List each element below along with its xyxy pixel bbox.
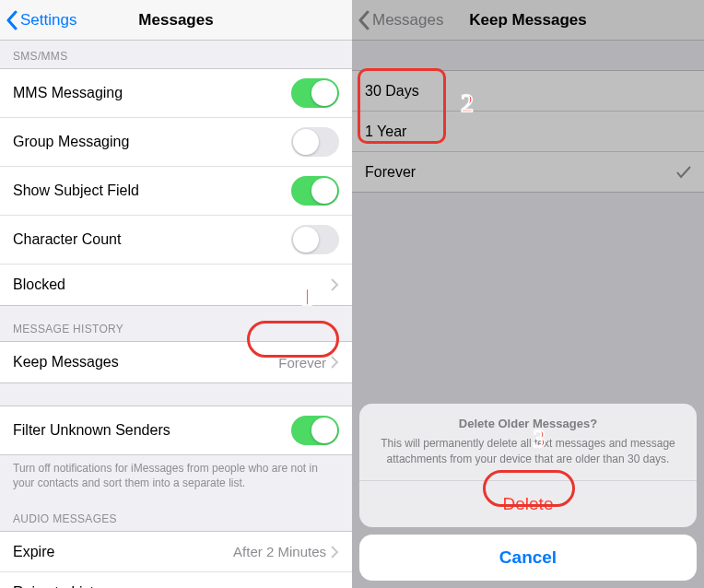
filter-group: Filter Unknown Senders: [0, 406, 352, 455]
keep-messages-row[interactable]: Keep Messages Forever: [0, 342, 352, 382]
settings-messages-pane: Settings Messages SMS/MMS MMS Messaging …: [0, 0, 352, 588]
blocked-label: Blocked: [13, 276, 65, 293]
filter-footer-note: Turn off notifications for iMessages fro…: [0, 455, 352, 503]
keep-value: Forever: [278, 355, 326, 370]
mms-label: MMS Messaging: [13, 85, 123, 101]
filter-unknown-row[interactable]: Filter Unknown Senders: [0, 406, 352, 454]
expire-label: Expire: [13, 544, 54, 560]
back-label: Settings: [20, 11, 76, 29]
cancel-button[interactable]: Cancel: [359, 535, 697, 581]
expire-value: After 2 Minutes: [233, 544, 326, 559]
section-header-history: MESSAGE HISTORY: [0, 306, 352, 341]
raise-label: Raise to Listen: [13, 584, 111, 588]
filter-switch[interactable]: [291, 416, 339, 445]
subject-switch[interactable]: [291, 176, 339, 206]
back-to-settings[interactable]: Settings: [6, 0, 76, 40]
group-switch[interactable]: [291, 127, 339, 157]
audio-group: Expire After 2 Minutes Raise to Listen: [0, 531, 352, 588]
expire-row[interactable]: Expire After 2 Minutes: [0, 532, 352, 572]
charcount-switch[interactable]: [291, 225, 339, 254]
keep-messages-pane: Messages Keep Messages 30 Days 1 Year Fo…: [352, 0, 704, 588]
delete-button[interactable]: Delete: [359, 481, 697, 527]
chevron-right-icon: [330, 356, 339, 369]
sheet-title: Delete Older Messages?: [359, 404, 697, 432]
group-messaging-row[interactable]: Group Messaging: [0, 118, 352, 167]
keep-label: Keep Messages: [13, 354, 119, 370]
charcount-label: Character Count: [13, 231, 121, 248]
section-header-audio: AUDIO MESSAGES: [0, 503, 352, 531]
delete-action-sheet: Delete Older Messages? This will permane…: [359, 404, 697, 581]
subject-field-row[interactable]: Show Subject Field: [0, 167, 352, 216]
blocked-row[interactable]: Blocked: [0, 265, 352, 305]
filter-label: Filter Unknown Senders: [13, 422, 170, 439]
section-header-sms: SMS/MMS: [0, 41, 352, 68]
raise-to-listen-row[interactable]: Raise to Listen: [0, 572, 352, 588]
character-count-row[interactable]: Character Count: [0, 216, 352, 265]
history-group: Keep Messages Forever: [0, 341, 352, 383]
chevron-left-icon: [6, 10, 18, 30]
navbar-left: Settings Messages: [0, 0, 352, 41]
sheet-message: This will permanently delete all text me…: [359, 432, 697, 481]
page-title: Messages: [138, 11, 213, 29]
chevron-right-icon: [330, 546, 339, 559]
mms-switch[interactable]: [291, 78, 339, 108]
subject-label: Show Subject Field: [13, 182, 139, 199]
chevron-right-icon: [330, 278, 339, 291]
sms-group: MMS Messaging Group Messaging Show Subje…: [0, 68, 352, 306]
group-label: Group Messaging: [13, 134, 129, 150]
sheet-card: Delete Older Messages? This will permane…: [359, 404, 697, 527]
mms-messaging-row[interactable]: MMS Messaging: [0, 69, 352, 118]
